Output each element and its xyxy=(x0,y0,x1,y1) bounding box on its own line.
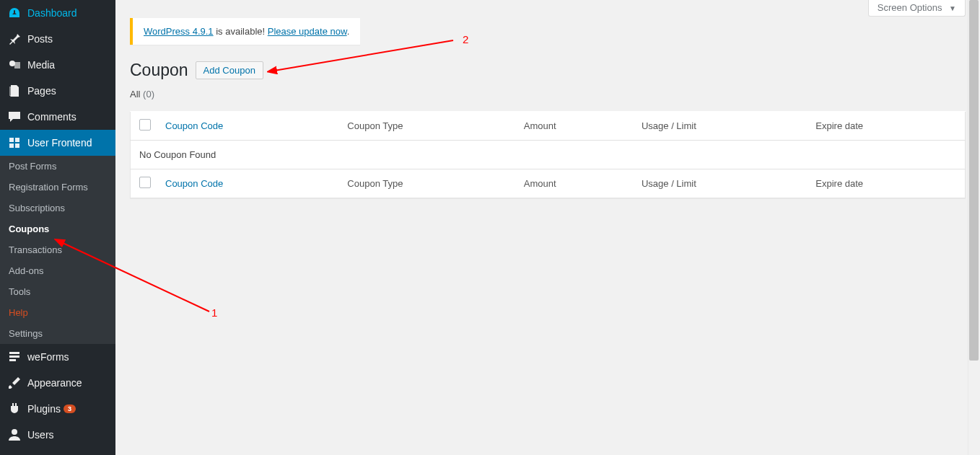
sidebar-item-user-frontend[interactable]: User Frontend xyxy=(0,130,115,156)
submenu-item-registration-forms[interactable]: Registration Forms xyxy=(0,177,115,198)
annotation-label-1: 1 xyxy=(211,306,217,319)
submenu-item-coupons[interactable]: Coupons xyxy=(0,218,115,239)
notice-mid: is available! xyxy=(214,26,268,37)
chevron-down-icon: ▼ xyxy=(949,4,956,12)
add-coupon-button[interactable]: Add Coupon xyxy=(196,61,263,79)
comment-icon xyxy=(7,110,22,124)
pages-icon xyxy=(7,84,22,98)
user-icon xyxy=(7,428,22,442)
media-icon xyxy=(7,58,22,72)
screen-options-button[interactable]: Screen Options ▼ xyxy=(868,0,966,17)
submenu-item-addons[interactable]: Add-ons xyxy=(0,260,115,281)
gauge-icon xyxy=(7,6,22,20)
select-all-checkbox[interactable] xyxy=(139,119,151,131)
main-content: Screen Options ▼ WordPress 4.9.1 is avai… xyxy=(115,0,980,455)
sidebar-label: User Frontend xyxy=(27,137,92,149)
sidebar-label: Posts xyxy=(27,33,53,45)
sidebar-label: weForms xyxy=(27,351,69,363)
sidebar-item-media[interactable]: Media xyxy=(0,52,115,78)
update-now-link[interactable]: Please update now xyxy=(268,26,347,37)
submenu-item-subscriptions[interactable]: Subscriptions xyxy=(0,198,115,218)
sidebar-item-weforms[interactable]: weForms xyxy=(0,344,115,370)
select-all-checkbox-bottom[interactable] xyxy=(139,177,151,188)
col-usage-limit: Usage / Limit xyxy=(634,112,808,141)
admin-sidebar: Dashboard Posts Media Pages Comments Use… xyxy=(0,0,115,455)
col-amount: Amount xyxy=(517,112,634,141)
sidebar-label: Appearance xyxy=(27,377,82,389)
update-notice: WordPress 4.9.1 is available! Please upd… xyxy=(130,18,360,45)
plugins-badge: 3 xyxy=(64,405,76,413)
sidebar-label: Dashboard xyxy=(27,7,77,19)
submenu-item-transactions[interactable]: Transactions xyxy=(0,239,115,260)
plug-icon xyxy=(7,402,22,416)
col-coupon-code[interactable]: Coupon Code xyxy=(158,112,340,141)
sidebar-item-dashboard[interactable]: Dashboard xyxy=(0,0,115,26)
col-coupon-code-foot[interactable]: Coupon Code xyxy=(158,169,340,198)
coupons-table: Coupon Code Coupon Type Amount Usage / L… xyxy=(130,111,966,198)
sidebar-label: Pages xyxy=(27,85,56,97)
col-amount-foot: Amount xyxy=(517,169,634,198)
page-title: Coupon xyxy=(130,61,188,80)
sidebar-item-posts[interactable]: Posts xyxy=(0,26,115,52)
screen-options-label: Screen Options xyxy=(878,2,942,13)
filter-all-count: (0) xyxy=(143,89,154,100)
scrollbar-thumb[interactable] xyxy=(969,0,979,361)
sidebar-label: Users xyxy=(27,429,54,441)
sidebar-label: Plugins xyxy=(27,403,61,415)
pin-icon xyxy=(7,32,22,46)
svg-point-1 xyxy=(12,429,17,435)
sidebar-label: Media xyxy=(27,59,55,71)
submenu-item-tools[interactable]: Tools xyxy=(0,281,115,302)
submenu-user-frontend: Post Forms Registration Forms Subscripti… xyxy=(0,156,115,344)
submenu-item-settings[interactable]: Settings xyxy=(0,323,115,344)
col-coupon-type-foot: Coupon Type xyxy=(340,169,516,198)
submenu-item-help[interactable]: Help xyxy=(0,302,115,323)
col-coupon-type: Coupon Type xyxy=(340,112,516,141)
annotation-label-2: 2 xyxy=(463,33,468,45)
svg-point-0 xyxy=(9,61,15,66)
sidebar-item-users[interactable]: Users xyxy=(0,422,115,448)
submenu-item-post-forms[interactable]: Post Forms xyxy=(0,156,115,177)
col-expire-date: Expire date xyxy=(808,112,965,141)
table-empty-row: No Coupon Found xyxy=(131,141,966,169)
filter-all[interactable]: All xyxy=(130,89,140,100)
form-icon xyxy=(7,350,22,364)
list-filter: All (0) xyxy=(130,89,966,100)
sidebar-item-pages[interactable]: Pages xyxy=(0,78,115,104)
sidebar-item-comments[interactable]: Comments xyxy=(0,104,115,130)
user-frontend-icon xyxy=(7,136,22,150)
update-version-link[interactable]: WordPress 4.9.1 xyxy=(144,26,214,37)
page-heading: Coupon Add Coupon xyxy=(130,61,966,80)
col-usage-limit-foot: Usage / Limit xyxy=(634,169,808,198)
sidebar-label: Comments xyxy=(27,111,76,123)
sidebar-item-appearance[interactable]: Appearance xyxy=(0,370,115,396)
sidebar-item-plugins[interactable]: Plugins 3 xyxy=(0,396,115,422)
brush-icon xyxy=(7,376,22,390)
col-expire-date-foot: Expire date xyxy=(808,169,965,198)
